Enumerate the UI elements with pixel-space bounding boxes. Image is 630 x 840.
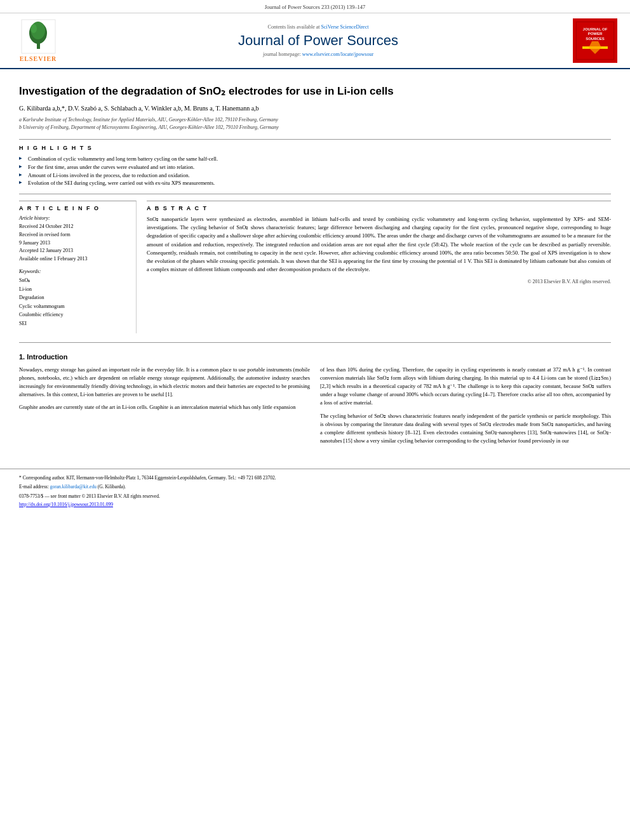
issn-line: 0378-7753/$ — see front matter © 2013 El… [19, 493, 611, 500]
journal-reference-bar: Journal of Power Sources 233 (2013) 139–… [0, 0, 630, 13]
section-name: Introduction [27, 353, 67, 361]
doi-link[interactable]: http://dx.doi.org/10.1016/j.jpowsour.201… [19, 502, 113, 507]
abstract-text: SnO₂ nanoparticle layers were synthesize… [147, 215, 611, 274]
article-info-abstract: A R T I C L E I N F O Article history: R… [19, 201, 611, 333]
email-person: (G. Kilibarda). [98, 484, 126, 490]
intro-right-col: of less than 10% during the cycling. The… [320, 366, 611, 450]
sciverse-link[interactable]: SciVerse ScienceDirect [321, 24, 369, 30]
sciverse-line: Contents lists available at SciVerse Sci… [64, 24, 573, 30]
highlight-item-2: For the first time, areas under the curv… [19, 163, 611, 171]
divider-highlights [19, 139, 611, 140]
abstract-title: A B S T R A C T [147, 205, 611, 211]
journal-reference: Journal of Power Sources 233 (2013) 139–… [265, 4, 366, 10]
history-label: Article history: [19, 215, 128, 221]
divider-intro [19, 342, 611, 343]
intro-left-col: Nowadays, energy storage has gained an i… [19, 366, 310, 450]
affiliation-a: a Karlsruhe Institute of Technology, Ins… [19, 116, 611, 124]
section-title: 1. Introduction [19, 353, 611, 361]
intro-body: Nowadays, energy storage has gained an i… [19, 366, 611, 450]
intro-para-3: of less than 10% during the cycling. The… [320, 366, 611, 408]
power-sources-logo: JOURNAL OFPOWERSOURCES [576, 22, 614, 60]
authors-text: G. Kilibarda a,b,*, D.V. Szabó a, S. Sch… [19, 105, 259, 112]
elsevier-brand-label: ELSEVIER [20, 55, 57, 62]
page-wrapper: Journal of Power Sources 233 (2013) 139–… [0, 0, 630, 840]
affiliations: a Karlsruhe Institute of Technology, Ins… [19, 116, 611, 131]
svg-point-5 [30, 24, 37, 33]
keywords-list: SnO₂ Li-ion Degradation Cyclic voltammog… [19, 276, 128, 328]
highlights-section: H I G H L I G H T S Combination of cycli… [19, 145, 611, 187]
main-content: Investigation of the degradation of SnO₂… [0, 69, 630, 456]
keyword-2: Li-ion [19, 285, 128, 294]
intro-para-1: Nowadays, energy storage has gained an i… [19, 366, 310, 399]
email-link[interactable]: goran.kilibarda@kit.edu [50, 484, 97, 490]
doi-line: http://dx.doi.org/10.1016/j.jpowsour.201… [19, 502, 611, 507]
history-item-3: 9 January 2013 [19, 239, 128, 248]
intro-para-4: The cycling behavior of SnO₂ shows chara… [320, 412, 611, 446]
journal-logo-right: JOURNAL OFPOWERSOURCES [573, 18, 617, 63]
highlight-item-4: Evolution of the SEI during cycling, wer… [19, 179, 611, 187]
section-number: 1. [19, 353, 27, 361]
keyword-5: Coulombic efficiency [19, 310, 128, 319]
highlights-list: Combination of cyclic voltammetry and lo… [19, 155, 611, 187]
authors-line: G. Kilibarda a,b,*, D.V. Szabó a, S. Sch… [19, 103, 611, 113]
email-note: E-mail address: goran.kilibarda@kit.edu … [19, 483, 611, 490]
journal-homepage: journal homepage: www.elsevier.com/locat… [64, 51, 573, 57]
homepage-link[interactable]: www.elsevier.com/locate/jpowsour [302, 51, 373, 57]
journal-title: Journal of Power Sources [64, 32, 573, 49]
history-item-1: Received 24 October 2012 [19, 223, 128, 231]
introduction-section: 1. Introduction Nowadays, energy storage… [19, 353, 611, 450]
keyword-1: SnO₂ [19, 276, 128, 285]
article-history-section: Article history: Received 24 October 201… [19, 215, 128, 263]
journal-center: Contents lists available at SciVerse Sci… [64, 24, 573, 57]
highlight-item-3: Amount of Li-ions involved in the proces… [19, 171, 611, 180]
divider-article-info [19, 194, 611, 194]
corresponding-author-note: * Corresponding author. KIT, Hermann-von… [19, 474, 611, 481]
history-item-2: Received in revised form [19, 231, 128, 239]
article-info-column: A R T I C L E I N F O Article history: R… [19, 201, 137, 333]
article-info-title: A R T I C L E I N F O [19, 205, 128, 211]
page-footer: * Corresponding author. KIT, Hermann-von… [0, 469, 630, 512]
keywords-label: Keywords: [19, 269, 128, 274]
article-title: Investigation of the degradation of SnO₂… [19, 84, 611, 98]
affiliation-b: b University of Freiburg, Department of … [19, 124, 611, 131]
journal-header: ELSEVIER Contents lists available at Sci… [0, 13, 630, 69]
keyword-4: Cyclic voltammogram [19, 302, 128, 311]
highlight-item-1: Combination of cyclic voltammetry and lo… [19, 155, 611, 163]
history-item-4: Accepted 12 January 2013 [19, 247, 128, 255]
intro-para-2: Graphite anodes are currently state of t… [19, 403, 310, 411]
elsevier-tree-icon [21, 19, 56, 54]
highlights-title: H I G H L I G H T S [19, 145, 611, 151]
keyword-6: SEI [19, 319, 128, 328]
history-item-5: Available online 1 February 2013 [19, 255, 128, 263]
elsevier-logo: ELSEVIER [13, 19, 64, 62]
copyright-line: © 2013 Elsevier B.V. All rights reserved… [147, 279, 611, 284]
keywords-section: Keywords: SnO₂ Li-ion Degradation Cyclic… [19, 269, 128, 328]
email-label: E-mail address: [19, 484, 49, 490]
svg-marker-7 [589, 41, 601, 54]
abstract-column: A B S T R A C T SnO₂ nanoparticle layers… [147, 201, 611, 333]
keyword-3: Degradation [19, 293, 128, 302]
